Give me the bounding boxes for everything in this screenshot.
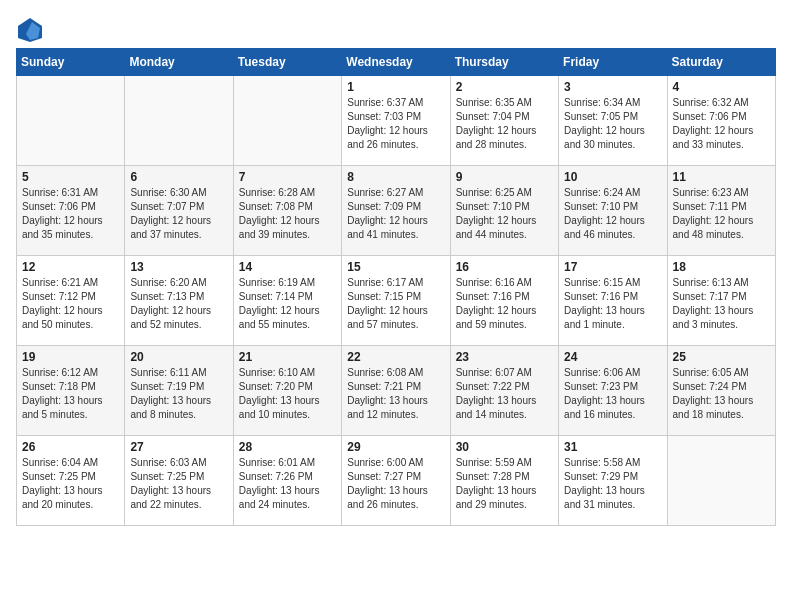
table-row: 3Sunrise: 6:34 AM Sunset: 7:05 PM Daylig…	[559, 76, 667, 166]
day-info: Sunrise: 6:16 AM Sunset: 7:16 PM Dayligh…	[456, 276, 553, 332]
table-row: 30Sunrise: 5:59 AM Sunset: 7:28 PM Dayli…	[450, 436, 558, 526]
day-number: 29	[347, 440, 444, 454]
day-of-week-header: Tuesday	[233, 49, 341, 76]
table-row: 13Sunrise: 6:20 AM Sunset: 7:13 PM Dayli…	[125, 256, 233, 346]
day-number: 13	[130, 260, 227, 274]
table-row: 11Sunrise: 6:23 AM Sunset: 7:11 PM Dayli…	[667, 166, 775, 256]
table-row: 26Sunrise: 6:04 AM Sunset: 7:25 PM Dayli…	[17, 436, 125, 526]
calendar-header-row: SundayMondayTuesdayWednesdayThursdayFrid…	[17, 49, 776, 76]
day-info: Sunrise: 6:04 AM Sunset: 7:25 PM Dayligh…	[22, 456, 119, 512]
table-row: 24Sunrise: 6:06 AM Sunset: 7:23 PM Dayli…	[559, 346, 667, 436]
day-of-week-header: Friday	[559, 49, 667, 76]
day-info: Sunrise: 6:11 AM Sunset: 7:19 PM Dayligh…	[130, 366, 227, 422]
day-number: 28	[239, 440, 336, 454]
day-number: 8	[347, 170, 444, 184]
day-info: Sunrise: 6:30 AM Sunset: 7:07 PM Dayligh…	[130, 186, 227, 242]
table-row: 10Sunrise: 6:24 AM Sunset: 7:10 PM Dayli…	[559, 166, 667, 256]
day-info: Sunrise: 6:13 AM Sunset: 7:17 PM Dayligh…	[673, 276, 770, 332]
day-info: Sunrise: 6:37 AM Sunset: 7:03 PM Dayligh…	[347, 96, 444, 152]
table-row	[667, 436, 775, 526]
day-info: Sunrise: 6:07 AM Sunset: 7:22 PM Dayligh…	[456, 366, 553, 422]
day-info: Sunrise: 6:15 AM Sunset: 7:16 PM Dayligh…	[564, 276, 661, 332]
day-info: Sunrise: 6:01 AM Sunset: 7:26 PM Dayligh…	[239, 456, 336, 512]
day-info: Sunrise: 6:10 AM Sunset: 7:20 PM Dayligh…	[239, 366, 336, 422]
table-row: 29Sunrise: 6:00 AM Sunset: 7:27 PM Dayli…	[342, 436, 450, 526]
calendar-week-row: 5Sunrise: 6:31 AM Sunset: 7:06 PM Daylig…	[17, 166, 776, 256]
day-number: 6	[130, 170, 227, 184]
day-number: 15	[347, 260, 444, 274]
day-number: 22	[347, 350, 444, 364]
day-number: 27	[130, 440, 227, 454]
day-info: Sunrise: 6:00 AM Sunset: 7:27 PM Dayligh…	[347, 456, 444, 512]
day-of-week-header: Wednesday	[342, 49, 450, 76]
calendar-week-row: 26Sunrise: 6:04 AM Sunset: 7:25 PM Dayli…	[17, 436, 776, 526]
day-info: Sunrise: 6:25 AM Sunset: 7:10 PM Dayligh…	[456, 186, 553, 242]
day-info: Sunrise: 6:35 AM Sunset: 7:04 PM Dayligh…	[456, 96, 553, 152]
table-row: 16Sunrise: 6:16 AM Sunset: 7:16 PM Dayli…	[450, 256, 558, 346]
table-row	[17, 76, 125, 166]
table-row: 18Sunrise: 6:13 AM Sunset: 7:17 PM Dayli…	[667, 256, 775, 346]
day-number: 30	[456, 440, 553, 454]
day-number: 9	[456, 170, 553, 184]
day-number: 11	[673, 170, 770, 184]
day-info: Sunrise: 6:32 AM Sunset: 7:06 PM Dayligh…	[673, 96, 770, 152]
table-row: 20Sunrise: 6:11 AM Sunset: 7:19 PM Dayli…	[125, 346, 233, 436]
day-number: 16	[456, 260, 553, 274]
logo-icon	[16, 16, 44, 44]
day-info: Sunrise: 6:34 AM Sunset: 7:05 PM Dayligh…	[564, 96, 661, 152]
table-row: 6Sunrise: 6:30 AM Sunset: 7:07 PM Daylig…	[125, 166, 233, 256]
table-row: 9Sunrise: 6:25 AM Sunset: 7:10 PM Daylig…	[450, 166, 558, 256]
day-number: 20	[130, 350, 227, 364]
day-number: 31	[564, 440, 661, 454]
day-info: Sunrise: 6:19 AM Sunset: 7:14 PM Dayligh…	[239, 276, 336, 332]
day-number: 4	[673, 80, 770, 94]
calendar-week-row: 19Sunrise: 6:12 AM Sunset: 7:18 PM Dayli…	[17, 346, 776, 436]
day-number: 3	[564, 80, 661, 94]
day-of-week-header: Monday	[125, 49, 233, 76]
table-row: 5Sunrise: 6:31 AM Sunset: 7:06 PM Daylig…	[17, 166, 125, 256]
table-row: 22Sunrise: 6:08 AM Sunset: 7:21 PM Dayli…	[342, 346, 450, 436]
table-row	[233, 76, 341, 166]
logo	[16, 16, 48, 44]
table-row: 12Sunrise: 6:21 AM Sunset: 7:12 PM Dayli…	[17, 256, 125, 346]
day-number: 25	[673, 350, 770, 364]
table-row	[125, 76, 233, 166]
day-info: Sunrise: 6:08 AM Sunset: 7:21 PM Dayligh…	[347, 366, 444, 422]
day-of-week-header: Saturday	[667, 49, 775, 76]
day-info: Sunrise: 6:12 AM Sunset: 7:18 PM Dayligh…	[22, 366, 119, 422]
day-info: Sunrise: 6:06 AM Sunset: 7:23 PM Dayligh…	[564, 366, 661, 422]
table-row: 15Sunrise: 6:17 AM Sunset: 7:15 PM Dayli…	[342, 256, 450, 346]
day-number: 1	[347, 80, 444, 94]
table-row: 21Sunrise: 6:10 AM Sunset: 7:20 PM Dayli…	[233, 346, 341, 436]
table-row: 8Sunrise: 6:27 AM Sunset: 7:09 PM Daylig…	[342, 166, 450, 256]
day-info: Sunrise: 5:58 AM Sunset: 7:29 PM Dayligh…	[564, 456, 661, 512]
table-row: 23Sunrise: 6:07 AM Sunset: 7:22 PM Dayli…	[450, 346, 558, 436]
page-header	[16, 16, 776, 44]
day-number: 21	[239, 350, 336, 364]
table-row: 17Sunrise: 6:15 AM Sunset: 7:16 PM Dayli…	[559, 256, 667, 346]
table-row: 31Sunrise: 5:58 AM Sunset: 7:29 PM Dayli…	[559, 436, 667, 526]
table-row: 25Sunrise: 6:05 AM Sunset: 7:24 PM Dayli…	[667, 346, 775, 436]
day-info: Sunrise: 6:24 AM Sunset: 7:10 PM Dayligh…	[564, 186, 661, 242]
day-of-week-header: Sunday	[17, 49, 125, 76]
day-number: 12	[22, 260, 119, 274]
day-info: Sunrise: 6:27 AM Sunset: 7:09 PM Dayligh…	[347, 186, 444, 242]
day-info: Sunrise: 6:21 AM Sunset: 7:12 PM Dayligh…	[22, 276, 119, 332]
day-info: Sunrise: 6:03 AM Sunset: 7:25 PM Dayligh…	[130, 456, 227, 512]
day-number: 17	[564, 260, 661, 274]
day-number: 2	[456, 80, 553, 94]
day-number: 23	[456, 350, 553, 364]
day-number: 5	[22, 170, 119, 184]
day-info: Sunrise: 6:23 AM Sunset: 7:11 PM Dayligh…	[673, 186, 770, 242]
day-info: Sunrise: 6:05 AM Sunset: 7:24 PM Dayligh…	[673, 366, 770, 422]
day-number: 24	[564, 350, 661, 364]
day-number: 7	[239, 170, 336, 184]
calendar-week-row: 12Sunrise: 6:21 AM Sunset: 7:12 PM Dayli…	[17, 256, 776, 346]
table-row: 28Sunrise: 6:01 AM Sunset: 7:26 PM Dayli…	[233, 436, 341, 526]
day-number: 10	[564, 170, 661, 184]
day-info: Sunrise: 6:31 AM Sunset: 7:06 PM Dayligh…	[22, 186, 119, 242]
table-row: 19Sunrise: 6:12 AM Sunset: 7:18 PM Dayli…	[17, 346, 125, 436]
table-row: 2Sunrise: 6:35 AM Sunset: 7:04 PM Daylig…	[450, 76, 558, 166]
day-info: Sunrise: 5:59 AM Sunset: 7:28 PM Dayligh…	[456, 456, 553, 512]
table-row: 14Sunrise: 6:19 AM Sunset: 7:14 PM Dayli…	[233, 256, 341, 346]
